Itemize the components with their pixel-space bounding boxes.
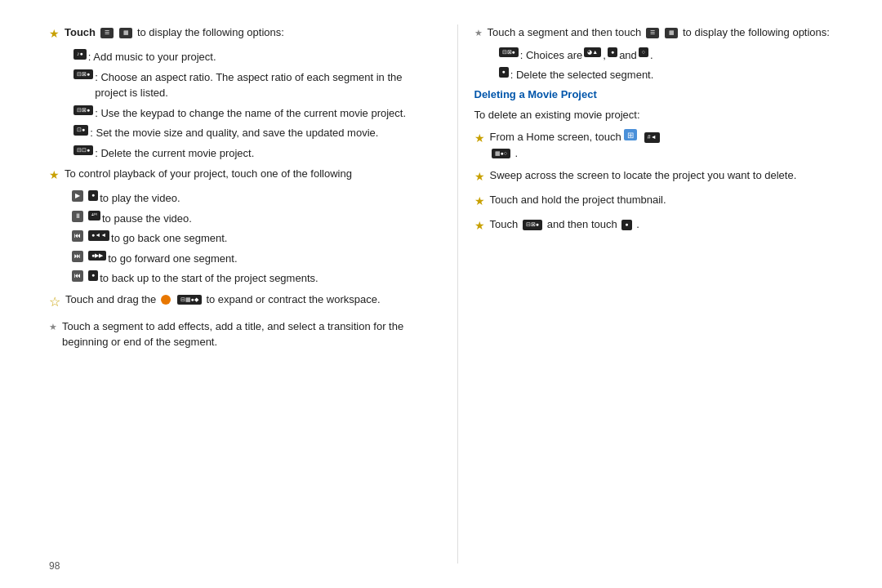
star-small-icon: ★ — [49, 320, 57, 334]
right-section1-text: Touch a segment and then touch ☰ ▦ to di… — [488, 24, 834, 41]
play-label-icon: ● — [88, 190, 98, 201]
pause-label-icon: ⁴ᴹ — [88, 211, 100, 221]
del-seg-text: : Delete the selected segment. — [510, 67, 654, 83]
right-section1-subitems: ⊟⊠● : Choices are ◕▲ , ● and ○ . ● : Del… — [497, 47, 834, 83]
delete-item-hold: ★ Touch and hold the project thumbnail. — [474, 192, 834, 210]
drag-text: Touch and drag the ⊟▦●◆ to expand or con… — [65, 292, 408, 308]
next-label-icon: ●▶▶ — [88, 251, 106, 261]
sub-item-pause: ⁴ᴹ to pause the video. — [72, 211, 408, 227]
delete-text: : Delete the current movie project. — [95, 145, 254, 162]
period-text: . — [650, 47, 653, 64]
rename-icon: ⊟⊠● — [74, 105, 93, 116]
columns: ★ Touch ☰ ▦ to display the following opt… — [49, 24, 833, 564]
choice-values-icon: ◕▲ — [584, 47, 601, 58]
start-label-icon: ● — [88, 270, 98, 281]
left-column: ★ Touch ☰ ▦ to display the following opt… — [49, 24, 425, 564]
touch-label: Touch — [65, 26, 96, 38]
delete-item-touch: ★ Touch ⊟⊠● and then touch ● . — [474, 216, 834, 234]
aspect-icon: ⊟⊠● — [74, 69, 93, 80]
and-text: and — [619, 47, 637, 64]
sub-item-play: ● to play the video. — [72, 190, 408, 207]
next-text: to go forward one segment. — [108, 251, 237, 267]
hold-text: Touch and hold the project thumbnail. — [490, 192, 834, 208]
page: ★ Touch ☰ ▦ to display the following opt… — [0, 0, 882, 588]
right-star-icon-2: ★ — [474, 130, 485, 147]
sub-item-rename: ⊟⊠● : Use the keypad to change the name … — [72, 105, 408, 122]
choice-values-icon2: ● — [608, 47, 617, 58]
sweep-text: Sweep across the screen to locate the pr… — [490, 167, 834, 184]
touch-word: Touch — [490, 218, 521, 230]
play-text: to play the video. — [100, 190, 180, 207]
sub-item-save: ⊡● : Set the movie size and quality, and… — [72, 125, 408, 141]
page-number: 98 — [49, 560, 60, 572]
period2: . — [515, 147, 519, 159]
delete-intro: To delete an existing movie project: — [474, 107, 834, 123]
sub-item-aspect: ⊟⊠● : Choose an aspect ratio. The aspect… — [72, 69, 408, 101]
delete-icon: ⊟⊡● — [74, 145, 93, 156]
segment-text: Touch a segment to add effects, add a ti… — [62, 318, 408, 350]
delete-item-home: ★ From a Home screen, touch #◄ ▦●○ . — [474, 129, 834, 161]
choices-icon: ⊟⊠● — [499, 47, 519, 58]
drag-suffix: to expand or contract the workspace. — [206, 293, 380, 305]
orange-dot-icon — [161, 295, 171, 305]
section2-text: To control playback of your project, tou… — [65, 166, 408, 182]
sub-item-prev: ●◄◄ to go back one segment. — [72, 230, 408, 247]
right-star-icon-1: ★ — [474, 26, 483, 40]
right-star-icon-5: ★ — [474, 217, 485, 234]
menu-icon-2: ▦ — [119, 28, 132, 38]
pause-icon — [72, 211, 83, 222]
touch-then-text: Touch ⊟⊠● and then touch ● . — [490, 216, 834, 233]
del-seg-icon: ● — [499, 67, 509, 78]
grid-icon — [624, 129, 637, 140]
hash-icon: #◄ — [644, 132, 660, 143]
menu-icon-1: ☰ — [100, 28, 114, 38]
right-star-icon-3: ★ — [474, 168, 485, 185]
film-icon: ▦●○ — [492, 149, 510, 159]
start-text: to back up to the start of the project s… — [100, 270, 318, 287]
and-then-word: and then touch — [547, 218, 621, 230]
drag-intro: Touch and drag the — [65, 293, 159, 305]
section1-text: Touch ☰ ▦ to display the following optio… — [65, 24, 408, 41]
right-menu-icon-1: ☰ — [646, 28, 659, 38]
playback-text: To control playback of your project, tou… — [65, 167, 352, 180]
from-home-text: From a Home screen, touch — [490, 131, 625, 143]
section1-suffix: to display the following options: — [137, 26, 284, 38]
save-icon: ⊡● — [74, 125, 88, 136]
play-icon — [72, 190, 83, 202]
then-icon: ● — [621, 220, 631, 230]
circle-icon: ○ — [639, 47, 648, 58]
comma-text: , — [603, 47, 606, 64]
drag-bar-icon: ⊟▦●◆ — [177, 295, 202, 305]
music-icon: ♪● — [74, 49, 87, 60]
to-display-text: to display the following options: — [683, 26, 830, 38]
start-icon — [72, 270, 83, 282]
prev-label-icon: ●◄◄ — [88, 230, 109, 241]
next-icon — [72, 251, 83, 262]
right-menu-icon-2: ▦ — [665, 28, 678, 38]
sub-item-next: ●▶▶ to go forward one segment. — [72, 251, 408, 267]
choices-text: : Choices are — [520, 47, 583, 64]
section1-subitems: ♪● : Add music to your project. ⊟⊠● : Ch… — [72, 49, 408, 161]
prev-text: to go back one segment. — [111, 230, 227, 247]
music-text: : Add music to your project. — [88, 49, 216, 65]
star-icon-2: ★ — [49, 167, 60, 184]
section3: ☆ Touch and drag the ⊟▦●◆ to expand or c… — [49, 292, 408, 312]
rename-text: : Use the keypad to change the name of t… — [95, 105, 406, 122]
sub-item-music: ♪● : Add music to your project. — [72, 49, 408, 65]
delete-intro-text: To delete an existing movie project: — [474, 107, 834, 123]
delete-item-sweep: ★ Sweep across the screen to locate the … — [474, 167, 834, 185]
touch-icon: ⊟⊠● — [523, 220, 542, 230]
right-section1-header: ★ Touch a segment and then touch ☰ ▦ to … — [474, 24, 834, 41]
section4: ★ Touch a segment to add effects, add a … — [49, 318, 408, 350]
section1-header: ★ Touch ☰ ▦ to display the following opt… — [49, 24, 408, 42]
playback-subitems: ● to play the video. ⁴ᴹ to pause the vid… — [72, 190, 408, 287]
section2-header: ★ To control playback of your project, t… — [49, 166, 408, 184]
prev-icon — [72, 230, 83, 242]
deleting-heading: Deleting a Movie Project — [474, 88, 834, 100]
home-screen-text: From a Home screen, touch #◄ ▦●○ . — [490, 129, 834, 161]
pause-text: to pause the video. — [102, 211, 192, 227]
touch-segment-label: Touch a segment and then touch — [488, 26, 644, 38]
right-sub-item-choices: ⊟⊠● : Choices are ◕▲ , ● and ○ . — [497, 47, 834, 64]
sub-item-delete-movie: ⊟⊡● : Delete the current movie project. — [72, 145, 408, 162]
right-sub-item-delete-seg: ● : Delete the selected segment. — [497, 67, 834, 83]
